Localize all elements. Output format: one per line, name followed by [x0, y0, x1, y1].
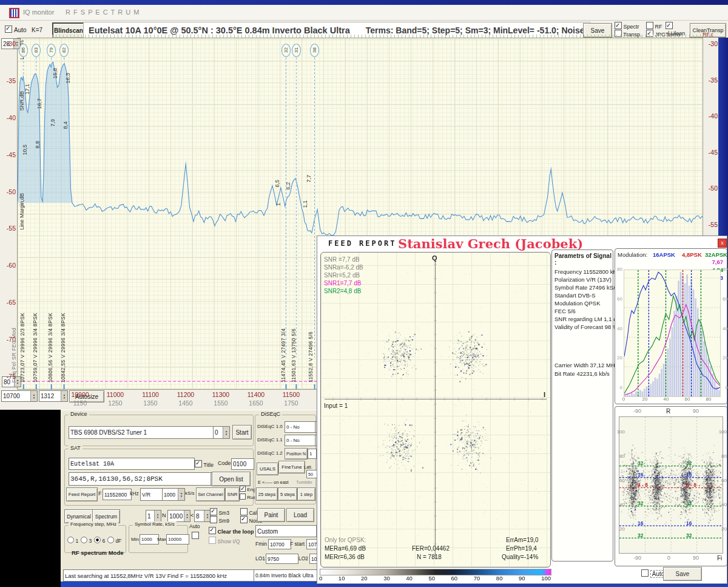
feed-report-button[interactable]: Feed Report	[66, 487, 98, 501]
peak-snr-label: 17,1	[24, 84, 30, 95]
mod-y-label: 20	[610, 355, 622, 361]
y-axis-label: -45	[0, 151, 16, 158]
latt-input[interactable]: 50	[306, 470, 317, 478]
x-axis-sub-label: 1150	[62, 399, 98, 407]
y-axis-label: -30	[0, 40, 16, 47]
channel-label: 11552,8 V 27496 5/6	[308, 331, 314, 382]
top-window-strip	[0, 0, 728, 5]
paint-button[interactable]: Paint	[257, 508, 285, 522]
show-iq-checkbox[interactable]: Show I/Q	[209, 537, 240, 545]
start-frequency-spinner[interactable]: 10700	[1, 390, 38, 402]
fi-axis-label: Fi	[717, 555, 722, 562]
channel-label: 10723,07 V 29996 2/3 8PSK	[19, 313, 25, 382]
fmin-input[interactable]: 10700	[268, 539, 291, 549]
loop-count-spinner[interactable]: 1	[146, 510, 161, 522]
app-name: IQ monitor	[23, 8, 54, 16]
finetune-button[interactable]: FineTune	[278, 461, 305, 473]
x-axis-label: 10900	[62, 391, 98, 398]
y-axis-label: -45	[703, 149, 718, 156]
snr1-line: SNR1=7,7 dB	[324, 279, 363, 287]
code-input[interactable]: 0100	[231, 458, 254, 470]
title-checkbox[interactable]: Title	[195, 460, 214, 468]
lo1-input[interactable]: 9750	[266, 554, 298, 564]
set-channel-button[interactable]: Set Channel	[196, 487, 225, 501]
sm3-checkbox[interactable]: Sm3	[210, 508, 229, 516]
auto-checkbox-icon[interactable]	[5, 25, 12, 33]
frequency-input[interactable]: 11552800	[103, 489, 132, 500]
y-axis-label: -35	[0, 77, 16, 84]
constellation-canvas	[321, 253, 550, 567]
scale-label: 40	[406, 575, 413, 582]
mod-y-label: 40	[610, 326, 622, 332]
terms-summary: Terms: Band=5; Step=5; Sm=3; MinLevel= -…	[366, 25, 590, 35]
fer-value: FER=0,04462	[412, 545, 450, 552]
mod-y-label: 20	[720, 355, 728, 361]
steps-25-button[interactable]: 25 steps	[256, 487, 278, 501]
lo1-label: LO1	[255, 555, 265, 562]
sm9-checkbox[interactable]: Sm9	[210, 516, 229, 524]
phase-y-left: 10080604020	[615, 429, 625, 532]
position-input[interactable]: 1	[308, 449, 317, 459]
usals-button[interactable]: USALS	[257, 463, 278, 475]
step-1-button[interactable]: 1 step	[297, 487, 315, 501]
n-spinner[interactable]: 1000	[167, 510, 190, 522]
step-1-radio[interactable]: 1	[67, 537, 78, 544]
open-list-button[interactable]: Open list	[212, 472, 251, 486]
modulation-chart	[624, 270, 721, 397]
scale-label: 50	[428, 575, 435, 582]
carrier-width-row: Carrier Width 37,12 MHz	[554, 361, 618, 369]
scale-label: 0	[319, 575, 322, 582]
phase-y-label: 40	[717, 502, 727, 508]
mid-snr-label: 6,5	[274, 180, 280, 188]
transponder-select[interactable]: 3645,R,16130,56,S2;8PSK	[69, 472, 219, 486]
sat-group: SAT Eutelsat 10A Title Code 0100 3645,R,…	[64, 449, 254, 506]
mod-x-label: 0	[613, 396, 634, 402]
eng-radio[interactable]: Eng	[240, 486, 255, 492]
tumbling-label: Tumblin	[296, 480, 312, 485]
tuner-select[interactable]: TBS 6908 DVBS/S2 Tuner 1	[69, 426, 221, 439]
mod-y-label: 0	[720, 385, 728, 391]
step-3-radio[interactable]: 3	[81, 537, 92, 544]
sr-auto-checkbox[interactable]	[192, 532, 199, 539]
snr-button[interactable]: SNR	[225, 487, 240, 501]
quality-value: Quality=-14%	[502, 554, 538, 560]
tuner-index-spinner[interactable]: 0	[213, 426, 230, 439]
auto-checkbox[interactable]: Auto	[5, 25, 27, 33]
axis-margin-label: Line Margin,dB	[19, 193, 25, 230]
clear-loop-checkbox[interactable]: Clear the loop	[209, 527, 254, 535]
position-n-button[interactable]: Position N	[285, 448, 308, 460]
symbolrate-spinner[interactable]: 1000	[162, 488, 185, 501]
satellite-title: Eutelsat 10A 10°0E @ 50.5°N : 30.5°E 0.8…	[89, 25, 350, 35]
scale-label: 90	[519, 575, 525, 582]
phase-save-button[interactable]: Save	[663, 567, 702, 581]
latt-label: Latt.	[304, 465, 312, 469]
f-label: F	[98, 490, 102, 497]
phase-y-label: 100	[615, 429, 625, 435]
satellite-name-input[interactable]: Eutelsat 10A	[69, 458, 195, 470]
start-button[interactable]: Start	[232, 425, 252, 439]
avg-spinner[interactable]: 8	[194, 510, 211, 522]
rus-radio[interactable]: Rus	[240, 494, 255, 500]
step-6-radio[interactable]: 6	[94, 537, 105, 544]
x-axis-label: 11200	[168, 391, 203, 398]
min-input[interactable]: 1000	[140, 534, 159, 545]
load-button[interactable]: Load	[286, 508, 314, 522]
max-input[interactable]: 10000	[166, 534, 189, 545]
auto-label: Auto	[14, 27, 27, 33]
custom-select[interactable]: Custom	[255, 525, 325, 537]
constellation-plot[interactable]: Q I SNR =7,7 dB SNRa=-6,2 dB SNRr=5,2 dB…	[320, 252, 551, 568]
snr-readout-block: SNR =7,7 dB SNRa=-6,2 dB SNRr=5,2 dB SNR…	[324, 256, 363, 295]
step-df-radio[interactable]: dF	[107, 537, 121, 544]
phase-bot-right: 90	[693, 555, 699, 561]
param-row: Standart DVB-S	[554, 291, 613, 299]
diseqc10-label: DiSEqC 1.0	[257, 424, 283, 429]
snr-line: SNR =7,7 dB	[324, 256, 363, 263]
steps-5-button[interactable]: 5 steps	[278, 487, 297, 501]
close-icon[interactable]: x	[718, 239, 727, 248]
x-axis-label: 11500	[274, 391, 309, 398]
kss-label: kS/s	[185, 490, 195, 496]
x-axis-sub: 1150125013501450155016501750	[62, 399, 309, 407]
merr-value: MERr=6,36 dB	[325, 554, 365, 560]
scale-label: 80	[496, 575, 503, 582]
x-axis-label: 11100	[133, 391, 168, 398]
